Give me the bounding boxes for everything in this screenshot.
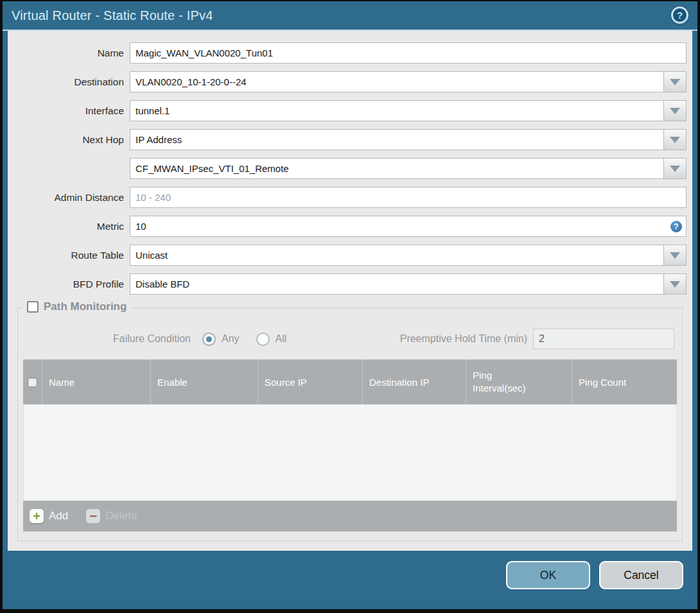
failure-condition-all-label: All bbox=[276, 333, 287, 345]
destination-row: Destination bbox=[8, 67, 692, 96]
name-row: Name bbox=[8, 39, 692, 67]
help-icon[interactable]: ? bbox=[671, 6, 688, 24]
next-hop-row: Next Hop bbox=[8, 125, 692, 154]
bfd-profile-dropdown-button[interactable] bbox=[664, 273, 687, 295]
bfd-profile-input[interactable] bbox=[130, 273, 664, 295]
next-hop-address-dropdown-button[interactable] bbox=[664, 158, 687, 179]
chevron-down-icon bbox=[670, 166, 680, 172]
admin-distance-row: Admin Distance bbox=[8, 183, 692, 212]
route-table-dropdown-button[interactable] bbox=[664, 245, 687, 266]
failure-condition-any-label: Any bbox=[222, 333, 240, 345]
path-monitoring-label: Path Monitoring bbox=[44, 300, 127, 313]
interface-label: Interface bbox=[8, 105, 130, 117]
route-table-input[interactable] bbox=[130, 245, 664, 266]
chevron-down-icon bbox=[670, 252, 680, 259]
preemptive-hold-time-label: Preemptive Hold Time (min) bbox=[400, 333, 533, 345]
add-icon: + bbox=[30, 509, 44, 523]
chevron-down-icon bbox=[670, 108, 680, 114]
column-header-ping-interval-text: Ping Interval(sec) bbox=[473, 369, 537, 395]
next-hop-address-row bbox=[8, 154, 692, 183]
metric-help-icon[interactable]: ? bbox=[670, 221, 682, 232]
preemptive-hold-time-group: Preemptive Hold Time (min) bbox=[400, 329, 674, 349]
form-area: Name Destination Interface Next Hop bbox=[8, 31, 692, 551]
failure-condition-row: Failure Condition Any All Preemptive Hol… bbox=[18, 329, 682, 349]
metric-input[interactable] bbox=[130, 216, 687, 237]
name-input[interactable] bbox=[130, 42, 687, 64]
dialog-titlebar: Virtual Router - Static Route - IPv4 ? bbox=[3, 1, 697, 31]
help-glyph: ? bbox=[674, 222, 678, 231]
select-all-checkbox[interactable] bbox=[28, 377, 37, 387]
failure-condition-radio-any[interactable] bbox=[202, 332, 216, 346]
column-header-name[interactable]: Name bbox=[42, 359, 150, 404]
interface-row: Interface bbox=[8, 96, 692, 125]
table-header: Name Enable Source IP Destination IP Pin… bbox=[23, 359, 677, 404]
route-table-label: Route Table bbox=[8, 250, 130, 261]
table-footer: + Add − Delete bbox=[23, 501, 677, 531]
delete-button-label: Delete bbox=[105, 510, 137, 522]
next-hop-label: Next Hop bbox=[8, 134, 130, 146]
destination-input[interactable] bbox=[130, 71, 664, 92]
ok-button[interactable]: OK bbox=[506, 561, 590, 589]
route-table-row: Route Table bbox=[8, 241, 692, 270]
column-header-source-ip[interactable]: Source IP bbox=[258, 359, 362, 404]
delete-button[interactable]: − Delete bbox=[86, 509, 137, 523]
path-monitoring-table: Name Enable Source IP Destination IP Pin… bbox=[23, 359, 677, 531]
metric-row: Metric ? bbox=[8, 212, 692, 241]
dialog-footer: OK Cancel bbox=[3, 551, 697, 608]
admin-distance-input[interactable] bbox=[130, 187, 687, 208]
failure-condition-radio-all[interactable] bbox=[256, 332, 270, 346]
next-hop-address-input[interactable] bbox=[130, 158, 664, 179]
interface-input[interactable] bbox=[130, 100, 664, 121]
admin-distance-label: Admin Distance bbox=[8, 192, 130, 203]
add-button[interactable]: + Add bbox=[30, 509, 68, 523]
static-route-dialog: Virtual Router - Static Route - IPv4 ? N… bbox=[0, 0, 700, 613]
chevron-down-icon bbox=[670, 281, 680, 288]
destination-dropdown-button[interactable] bbox=[664, 71, 687, 92]
delete-icon: − bbox=[86, 509, 100, 523]
next-hop-type-dropdown-button[interactable] bbox=[664, 129, 687, 150]
name-label: Name bbox=[8, 47, 130, 59]
help-glyph: ? bbox=[677, 10, 683, 21]
column-header-ping-interval[interactable]: Ping Interval(sec) bbox=[466, 359, 572, 404]
column-header-destination-ip[interactable]: Destination IP bbox=[362, 359, 466, 404]
failure-condition-label: Failure Condition bbox=[18, 333, 195, 345]
path-monitoring-legend: Path Monitoring bbox=[22, 300, 132, 313]
bfd-profile-row: BFD Profile bbox=[8, 270, 692, 298]
next-hop-type-input[interactable] bbox=[130, 129, 664, 150]
path-monitoring-checkbox[interactable] bbox=[27, 301, 39, 313]
interface-dropdown-button[interactable] bbox=[664, 100, 687, 121]
column-header-enable[interactable]: Enable bbox=[150, 359, 258, 404]
dialog-title: Virtual Router - Static Route - IPv4 bbox=[12, 8, 213, 23]
cancel-button[interactable]: Cancel bbox=[599, 561, 683, 589]
chevron-down-icon bbox=[670, 79, 680, 85]
column-header-ping-count[interactable]: Ping Count bbox=[572, 359, 677, 404]
preemptive-hold-time-input[interactable] bbox=[533, 329, 674, 349]
metric-label: Metric bbox=[8, 221, 130, 232]
add-button-label: Add bbox=[49, 510, 68, 522]
bfd-profile-label: BFD Profile bbox=[8, 279, 130, 290]
destination-label: Destination bbox=[8, 76, 130, 88]
chevron-down-icon bbox=[670, 137, 680, 143]
table-body-empty bbox=[23, 404, 677, 501]
path-monitoring-section: Path Monitoring Failure Condition Any Al… bbox=[17, 307, 683, 541]
